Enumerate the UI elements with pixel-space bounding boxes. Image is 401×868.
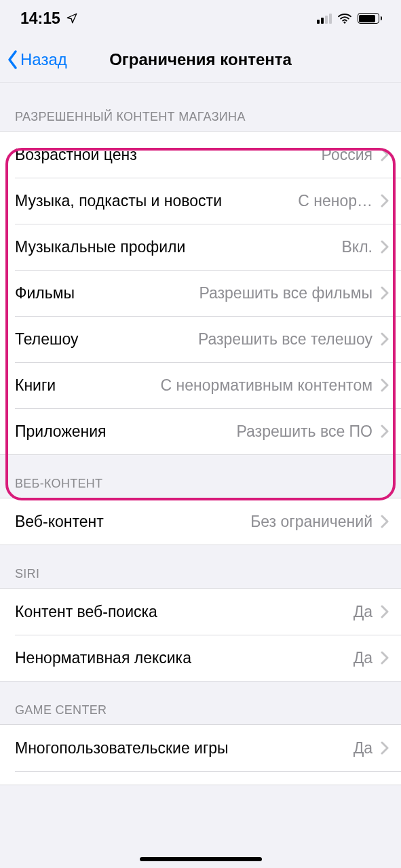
- row-value: Разрешить все телешоу: [198, 330, 373, 349]
- chevron-right-icon: [381, 378, 389, 392]
- row-label: Фильмы: [15, 284, 75, 302]
- siri-group: Контент веб-поиска Да Ненормативная лекс…: [0, 588, 401, 682]
- row-web-search-content[interactable]: Контент веб-поиска Да: [0, 589, 401, 635]
- row-music-profiles[interactable]: Музыкальные профили Вкл.: [0, 224, 401, 270]
- back-button[interactable]: Назад: [0, 37, 67, 82]
- chevron-right-icon: [381, 286, 389, 300]
- row-label: Ненормативная лексика: [15, 649, 191, 667]
- chevron-right-icon: [381, 240, 389, 254]
- row-label: Приложения: [15, 422, 107, 441]
- chevron-right-icon: [381, 194, 389, 208]
- cellular-icon: [317, 13, 332, 24]
- row-label: Веб-контент: [15, 513, 104, 531]
- row-value: Разрешить все ПО: [236, 422, 373, 441]
- row-label: Музыка, подкасты и новости: [15, 192, 222, 210]
- back-label: Назад: [20, 50, 67, 69]
- chevron-left-icon: [7, 50, 19, 70]
- section-header-siri: SIRI: [0, 545, 401, 588]
- row-value: Россия: [322, 146, 373, 164]
- row-value: Вкл.: [342, 238, 373, 256]
- row-label: Музыкальные профили: [15, 238, 185, 256]
- section-header-store: РАЗРЕШЕННЫЙ КОНТЕНТ МАГАЗИНА: [0, 83, 401, 131]
- section-header-game-center: GAME CENTER: [0, 682, 401, 724]
- row-value: Без ограничений: [250, 513, 373, 531]
- chevron-right-icon: [381, 741, 389, 755]
- game-center-group: Многопользовательские игры Да: [0, 724, 401, 785]
- row-web-content[interactable]: Веб-контент Без ограничений: [0, 498, 401, 545]
- chevron-right-icon: [381, 605, 389, 618]
- row-label: Книги: [15, 376, 56, 395]
- web-group: Веб-контент Без ограничений: [0, 498, 401, 545]
- row-music-podcasts-news[interactable]: Музыка, подкасты и новости С ненор…: [0, 178, 401, 224]
- nav-header: Назад Ограничения контента: [0, 37, 401, 83]
- row-partial[interactable]: [0, 771, 401, 785]
- row-value: Да: [354, 739, 373, 757]
- row-value: С ненормативным контентом: [161, 376, 373, 395]
- row-label: Многопользовательские игры: [15, 739, 229, 757]
- row-label: Контент веб-поиска: [15, 603, 157, 621]
- location-icon: [66, 12, 78, 24]
- chevron-right-icon: [381, 651, 389, 665]
- section-header-web: ВЕБ-КОНТЕНТ: [0, 455, 401, 498]
- row-books[interactable]: Книги С ненормативным контентом: [0, 362, 401, 408]
- row-label: Возрастной ценз: [15, 146, 137, 164]
- row-ratings-region[interactable]: Возрастной ценз Россия: [0, 132, 401, 178]
- row-apps[interactable]: Приложения Разрешить все ПО: [0, 408, 401, 454]
- row-movies[interactable]: Фильмы Разрешить все фильмы: [0, 270, 401, 316]
- row-value: Разрешить все фильмы: [199, 284, 373, 302]
- row-value: Да: [354, 649, 373, 667]
- row-multiplayer-games[interactable]: Многопользовательские игры Да: [0, 725, 401, 771]
- row-value: С ненор…: [298, 192, 373, 210]
- wifi-icon: [337, 13, 352, 24]
- chevron-right-icon: [381, 148, 389, 161]
- svg-point-0: [343, 22, 345, 24]
- status-bar: 14:15: [0, 0, 401, 37]
- battery-icon: [358, 13, 383, 24]
- row-label: Телешоу: [15, 330, 78, 349]
- store-group: Возрастной ценз Россия Музыка, подкасты …: [0, 131, 401, 455]
- row-explicit-language[interactable]: Ненормативная лексика Да: [0, 635, 401, 681]
- home-indicator[interactable]: [140, 857, 262, 861]
- row-tv-shows[interactable]: Телешоу Разрешить все телешоу: [0, 316, 401, 362]
- status-time: 14:15: [20, 9, 60, 28]
- row-value: Да: [354, 603, 373, 621]
- chevron-right-icon: [381, 425, 389, 438]
- chevron-right-icon: [381, 332, 389, 346]
- chevron-right-icon: [381, 515, 389, 528]
